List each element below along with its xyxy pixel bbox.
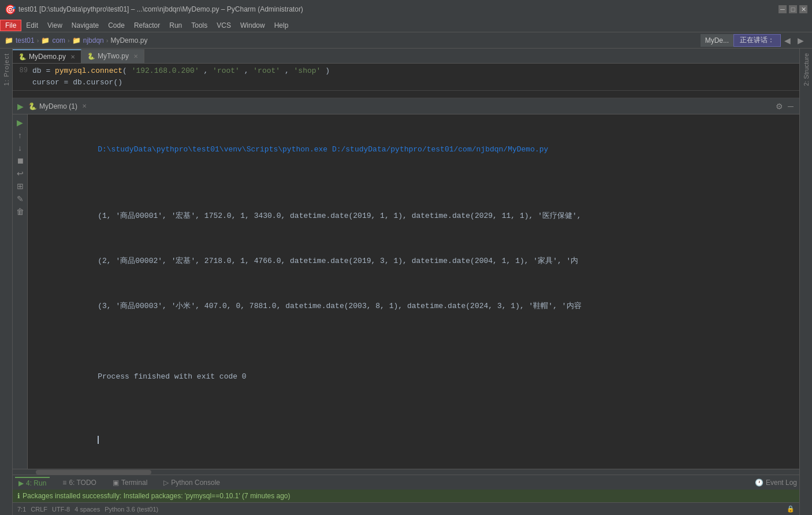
- bottom-tab-run[interactable]: ▶ 4: Run: [15, 477, 50, 488]
- run-panel: ▶ 🐍 MyDemo (1) ✕ ⚙ ─ ▶: [13, 98, 799, 475]
- breadcrumb-bar: 📁 test01 › 📁 com › 📁 njbdqn › MyDemo.py …: [0, 32, 812, 49]
- run-icon: ▶: [17, 102, 24, 111]
- status-left: 7:1 CRLF UTF-8 4 spaces Python 3.6 (test…: [17, 506, 158, 513]
- folder-icon-njbdqn: 📁: [72, 36, 81, 45]
- close-tab-mydemo[interactable]: ✕: [70, 54, 75, 60]
- menu-bar: File Edit View Navigate Code Refactor Ru…: [0, 18, 812, 32]
- python-console-tab-icon: ▷: [163, 479, 169, 487]
- python-file-icon-2: 🐍: [87, 53, 95, 60]
- breadcrumb-com[interactable]: com: [52, 36, 65, 45]
- run-toolbar: ▶ ↑ ↓ ⏹ ↩ ⊞ ✎ 🗑: [13, 114, 28, 469]
- bottom-right-controls: 🕐 Event Log: [755, 479, 797, 487]
- structure-sidebar-label[interactable]: 2: Structure: [803, 49, 810, 91]
- run-rerun-button[interactable]: ↩: [14, 168, 26, 179]
- output-row-2: (2, '商品00002', '宏基', 2718.0, 1, 4766.0, …: [35, 247, 792, 275]
- top-right-tab[interactable]: MyDe...: [701, 34, 733, 47]
- menu-help[interactable]: Help: [270, 20, 293, 31]
- title-bar: 🎯 test01 [D:\studyData\pythpro\test01] –…: [0, 0, 812, 18]
- lock-icon: 🔒: [787, 505, 795, 513]
- run-clear-button[interactable]: 🗑: [14, 206, 26, 217]
- bottom-tab-python-console[interactable]: ▷ Python Console: [160, 477, 224, 488]
- speech-bubble: 正在讲话：: [733, 34, 781, 47]
- menu-window[interactable]: Window: [236, 20, 270, 31]
- project-sidebar-label[interactable]: 1: Project: [3, 49, 10, 90]
- event-log-button[interactable]: 🕐 Event Log: [755, 479, 797, 487]
- breadcrumb-test01[interactable]: test01: [16, 36, 35, 45]
- close-button[interactable]: ✕: [799, 5, 807, 13]
- notification-icon: ℹ: [17, 492, 20, 500]
- run-play-button[interactable]: ▶: [14, 117, 26, 128]
- minimize-button[interactable]: ─: [779, 5, 787, 13]
- status-charset[interactable]: UTF-8: [52, 506, 70, 513]
- run-expand-button[interactable]: ⊞: [14, 180, 26, 192]
- menu-run[interactable]: Run: [165, 20, 187, 31]
- run-file-icon: 🐍: [28, 102, 37, 110]
- run-edit-button[interactable]: ✎: [14, 193, 26, 205]
- run-panel-inner: ▶ ↑ ↓ ⏹ ↩ ⊞ ✎ 🗑 D:\studyData\pythpro\tes…: [13, 114, 799, 469]
- clock-icon: 🕐: [755, 479, 763, 487]
- run-panel-title: 🐍 MyDemo (1) ✕: [28, 102, 87, 110]
- menu-file[interactable]: File: [0, 20, 21, 31]
- status-position[interactable]: 7:1: [17, 506, 26, 513]
- window-title: test01 [D:\studyData\pythpro\test01] – .…: [18, 5, 303, 13]
- output-row-3: (3, '商品00003', '小米', 407.0, 0, 7881.0, d…: [35, 292, 792, 320]
- maximize-button[interactable]: □: [789, 5, 797, 13]
- menu-vcs[interactable]: VCS: [212, 20, 236, 31]
- output-cursor-line: [35, 427, 792, 453]
- todo-tab-icon: ≡: [62, 479, 66, 487]
- run-stop-button[interactable]: ⏹: [14, 155, 26, 166]
- editor-area: 🐍 MyDemo.py ✕ 🐍 MyTwo.py ✕ 89 db = pymys…: [13, 49, 799, 515]
- tab-mytwo[interactable]: 🐍 MyTwo.py ✕: [81, 49, 144, 63]
- output-area[interactable]: D:\studyData\pythpro\test01\venv\Scripts…: [28, 114, 799, 469]
- output-path-line: D:\studyData\pythpro\test01\venv\Scripts…: [35, 136, 792, 162]
- main-area: 1: Project 🐍 MyDemo.py ✕ 🐍 MyTwo.py ✕: [0, 49, 812, 515]
- nav-back-button[interactable]: ◀: [781, 34, 794, 47]
- tab-mydemo[interactable]: 🐍 MyDemo.py ✕: [13, 49, 81, 63]
- terminal-tab-icon: ▣: [113, 479, 119, 487]
- run-scroll-down[interactable]: ↓: [14, 142, 26, 154]
- breadcrumb-njbdqn[interactable]: njbdqn: [83, 36, 104, 45]
- status-python[interactable]: Python 3.6 (test01): [105, 506, 158, 513]
- menu-navigate[interactable]: Navigate: [67, 20, 103, 31]
- run-panel-header: ▶ 🐍 MyDemo (1) ✕ ⚙ ─: [13, 98, 799, 114]
- notification-bar: ℹ Packages installed successfully: Insta…: [13, 490, 799, 502]
- breadcrumb-file[interactable]: MyDemo.py: [110, 36, 147, 45]
- menu-code[interactable]: Code: [103, 20, 129, 31]
- collapse-button[interactable]: ─: [787, 101, 795, 112]
- status-bar: 7:1 CRLF UTF-8 4 spaces Python 3.6 (test…: [13, 502, 799, 515]
- app-logo: 🎯: [5, 4, 16, 15]
- code-editor-preview[interactable]: 89 db = pymysql.connect( '192.168.0.200'…: [13, 64, 799, 98]
- notification-text: Packages installed successfully: Install…: [23, 492, 290, 500]
- right-sidebar: 2: Structure: [799, 49, 812, 515]
- close-run-tab[interactable]: ✕: [82, 103, 87, 109]
- project-sidebar: 1: Project: [0, 49, 13, 515]
- code-line-90: cursor = db.cursor(): [13, 76, 799, 88]
- menu-tools[interactable]: Tools: [187, 20, 212, 31]
- nav-forward-button[interactable]: ▶: [794, 34, 807, 47]
- bottom-toolbar: ▶ 4: Run ≡ 6: TODO ▣ Terminal ▷ Python C…: [13, 475, 799, 490]
- settings-button[interactable]: ⚙: [774, 101, 784, 112]
- run-panel-controls: ⚙ ─: [774, 101, 795, 112]
- folder-icon-com: 📁: [41, 36, 50, 45]
- bottom-tab-terminal[interactable]: ▣ Terminal: [109, 477, 151, 488]
- run-scroll-up[interactable]: ↑: [14, 129, 26, 141]
- run-tab-icon: ▶: [18, 479, 24, 487]
- code-line-89: 89 db = pymysql.connect( '192.168.0.200'…: [13, 65, 799, 76]
- status-right: 🔒: [787, 505, 795, 513]
- menu-edit[interactable]: Edit: [21, 20, 43, 31]
- folder-icon: 📁: [5, 36, 13, 45]
- python-file-icon: 🐍: [18, 53, 27, 61]
- menu-view[interactable]: View: [43, 20, 67, 31]
- output-row-1: (1, '商品00001', '宏基', 1752.0, 1, 3430.0, …: [35, 202, 792, 229]
- output-exit-message: Process finished with exit code 0: [35, 364, 792, 390]
- close-tab-mytwo[interactable]: ✕: [133, 53, 138, 60]
- menu-refactor[interactable]: Refactor: [129, 20, 165, 31]
- horizontal-scrollbar[interactable]: [13, 469, 799, 475]
- status-crlf[interactable]: CRLF: [31, 506, 47, 513]
- status-indent[interactable]: 4 spaces: [75, 506, 100, 513]
- file-tabs: 🐍 MyDemo.py ✕ 🐍 MyTwo.py ✕: [13, 49, 799, 64]
- bottom-tab-todo[interactable]: ≡ 6: TODO: [59, 477, 100, 488]
